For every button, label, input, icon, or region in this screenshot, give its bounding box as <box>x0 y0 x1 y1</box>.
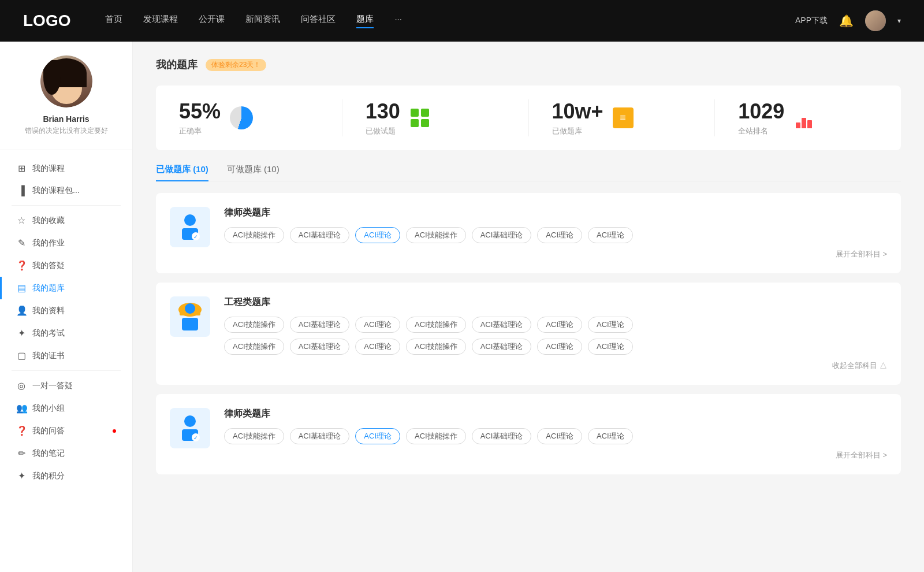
expand-btn-lawyer-2[interactable]: 展开全部科目 > <box>224 450 887 460</box>
quiz-tag-l2-4[interactable]: ACI基础理论 <box>472 428 532 444</box>
bar-3 <box>807 120 812 128</box>
sidebar-label-group: 我的小组 <box>32 403 65 414</box>
quiz-tag-w9[interactable]: ACI理论 <box>355 339 400 355</box>
sidebar-item-points[interactable]: ✦ 我的积分 <box>0 465 132 487</box>
question-icon: ❓ <box>16 260 27 271</box>
quiz-card-content-lawyer-1: 律师类题库 ACI技能操作 ACI基础理论 ACI理论 ACI技能操作 ACI基… <box>224 207 887 259</box>
collapse-btn-worker[interactable]: 收起全部科目 △ <box>224 361 887 371</box>
app-download-button[interactable]: APP下载 <box>795 16 828 26</box>
user-menu-chevron[interactable]: ▾ <box>897 17 901 25</box>
quiz-tag-w1[interactable]: ACI基础理论 <box>290 317 350 333</box>
quiz-card-icon-worker <box>170 296 210 337</box>
main-layout: Brian Harris 错误的决定比没有决定要好 ⊞ 我的课程 ▐ 我的课程包… <box>0 42 924 572</box>
quiz-tag-1[interactable]: ACI基础理论 <box>290 227 350 243</box>
sidebar-divider-2 <box>12 370 121 371</box>
user-avatar[interactable] <box>865 10 886 31</box>
quiz-tag-l2-3[interactable]: ACI技能操作 <box>406 428 466 444</box>
sidebar-menu: ⊞ 我的课程 ▐ 我的课程包... ☆ 我的收藏 ✎ 我的作业 ❓ 我的答疑 ▤ <box>0 150 132 494</box>
quiz-tag-2[interactable]: ACI理论 <box>355 227 400 243</box>
navbar: LOGO 首页 发现课程 公开课 新闻资讯 问答社区 题库 ··· APP下载 … <box>0 0 924 42</box>
nav-news[interactable]: 新闻资讯 <box>245 14 280 28</box>
profile-avatar[interactable] <box>40 55 92 107</box>
expand-btn-lawyer-1[interactable]: 展开全部科目 > <box>224 249 887 259</box>
quiz-tag-w8[interactable]: ACI基础理论 <box>290 339 350 355</box>
sidebar-profile: Brian Harris 错误的决定比没有决定要好 <box>0 55 132 150</box>
sidebar-label-homework: 我的作业 <box>32 238 65 248</box>
quiz-tag-w4[interactable]: ACI基础理论 <box>472 317 532 333</box>
nav-links: 首页 发现课程 公开课 新闻资讯 问答社区 题库 ··· <box>105 14 772 28</box>
sidebar-item-my-course[interactable]: ⊞ 我的课程 <box>0 157 132 180</box>
stat-questions-value: 130 已做试题 <box>366 99 400 136</box>
quiz-tag-l2-6[interactable]: ACI理论 <box>588 428 633 444</box>
sidebar-label-my-course: 我的课程 <box>32 164 65 174</box>
sidebar-item-favorites[interactable]: ☆ 我的收藏 <box>0 209 132 232</box>
stat-quiz-banks-value: 10w+ 已做题库 <box>552 99 603 136</box>
quiz-banks-done-label: 已做题库 <box>552 126 603 136</box>
quiz-tag-w0[interactable]: ACI技能操作 <box>224 317 284 333</box>
quiz-card-icon-lawyer-1: ✓ <box>170 207 210 247</box>
tabs-row: 已做题库 (10) 可做题库 (10) <box>156 164 901 181</box>
sidebar-item-quiz-bank[interactable]: ▤ 我的题库 <box>0 277 132 299</box>
page-header: 我的题库 体验剩余23天！ <box>156 58 901 72</box>
quiz-tag-3[interactable]: ACI技能操作 <box>406 227 466 243</box>
quiz-card-title-lawyer-2: 律师类题库 <box>224 408 887 420</box>
quiz-tag-5[interactable]: ACI理论 <box>537 227 582 243</box>
logo: LOGO <box>23 12 70 30</box>
sidebar-item-course-package[interactable]: ▐ 我的课程包... <box>0 180 132 202</box>
sidebar-label-profile: 我的资料 <box>32 306 65 316</box>
quiz-icon: ▤ <box>16 283 27 294</box>
bar-chart-icon-wrapper <box>793 107 814 128</box>
sidebar-item-notes[interactable]: ✏ 我的笔记 <box>0 442 132 465</box>
nav-qa[interactable]: 问答社区 <box>301 14 336 28</box>
bar-1 <box>796 122 800 128</box>
grid-icon-wrapper <box>409 107 430 128</box>
sidebar-item-homework[interactable]: ✎ 我的作业 <box>0 232 132 254</box>
sidebar: Brian Harris 错误的决定比没有决定要好 ⊞ 我的课程 ▐ 我的课程包… <box>0 42 133 572</box>
qa-icon: ❓ <box>16 425 27 436</box>
nav-discover[interactable]: 发现课程 <box>143 14 178 28</box>
quiz-tag-4[interactable]: ACI基础理论 <box>472 227 532 243</box>
quiz-tag-w2[interactable]: ACI理论 <box>355 317 400 333</box>
bell-icon: 🔔 <box>839 14 854 27</box>
sidebar-item-questions[interactable]: ❓ 我的答疑 <box>0 254 132 277</box>
svg-rect-2 <box>411 119 419 127</box>
notification-bell[interactable]: 🔔 <box>839 14 854 28</box>
accuracy-label: 正确率 <box>179 126 221 136</box>
quiz-tag-l2-5[interactable]: ACI理论 <box>537 428 582 444</box>
stat-quiz-banks-done: 10w+ 已做题库 ≡ <box>529 99 716 136</box>
worker-svg-icon <box>175 300 205 333</box>
quiz-tag-w13[interactable]: ACI理论 <box>588 339 633 355</box>
sidebar-item-profile[interactable]: 👤 我的资料 <box>0 299 132 322</box>
lawyer-svg-icon-1: ✓ <box>176 212 204 242</box>
quiz-tag-l2-0[interactable]: ACI技能操作 <box>224 428 284 444</box>
quiz-tag-w11[interactable]: ACI基础理论 <box>472 339 532 355</box>
cert-icon: ▢ <box>16 350 27 361</box>
quiz-tag-w5[interactable]: ACI理论 <box>537 317 582 333</box>
tab-done[interactable]: 已做题库 (10) <box>156 164 208 181</box>
nav-open-course[interactable]: 公开课 <box>199 14 225 28</box>
sidebar-label-notes: 我的笔记 <box>32 448 65 459</box>
sidebar-item-one-on-one[interactable]: ◎ 一对一答疑 <box>0 374 132 397</box>
quiz-tag-w12[interactable]: ACI理论 <box>537 339 582 355</box>
nav-quiz[interactable]: 题库 <box>356 14 374 28</box>
sidebar-item-group[interactable]: 👥 我的小组 <box>0 397 132 419</box>
sidebar-item-exam[interactable]: ✦ 我的考试 <box>0 322 132 344</box>
tab-available[interactable]: 可做题库 (10) <box>227 164 280 181</box>
quiz-card-tags-worker-row1: ACI技能操作 ACI基础理论 ACI理论 ACI技能操作 ACI基础理论 AC… <box>224 317 887 333</box>
quiz-tag-w7[interactable]: ACI技能操作 <box>224 339 284 355</box>
quiz-tag-l2-2[interactable]: ACI理论 <box>355 428 400 444</box>
quiz-tag-l2-1[interactable]: ACI基础理论 <box>290 428 350 444</box>
quiz-tag-w3[interactable]: ACI技能操作 <box>406 317 466 333</box>
nav-more[interactable]: ··· <box>394 14 402 28</box>
sidebar-item-certificate[interactable]: ▢ 我的证书 <box>0 344 132 367</box>
nav-home[interactable]: 首页 <box>105 14 122 28</box>
quiz-tag-0[interactable]: ACI技能操作 <box>224 227 284 243</box>
quiz-tag-6[interactable]: ACI理论 <box>588 227 633 243</box>
star-icon: ☆ <box>16 215 27 226</box>
svg-point-12 <box>184 415 196 427</box>
sidebar-item-my-qa[interactable]: ❓ 我的问答 <box>0 419 132 442</box>
stat-accuracy: 55% 正确率 <box>156 99 342 136</box>
quiz-tag-w6[interactable]: ACI理论 <box>588 317 633 333</box>
quiz-tag-w10[interactable]: ACI技能操作 <box>406 339 466 355</box>
bar-2 <box>802 118 806 128</box>
